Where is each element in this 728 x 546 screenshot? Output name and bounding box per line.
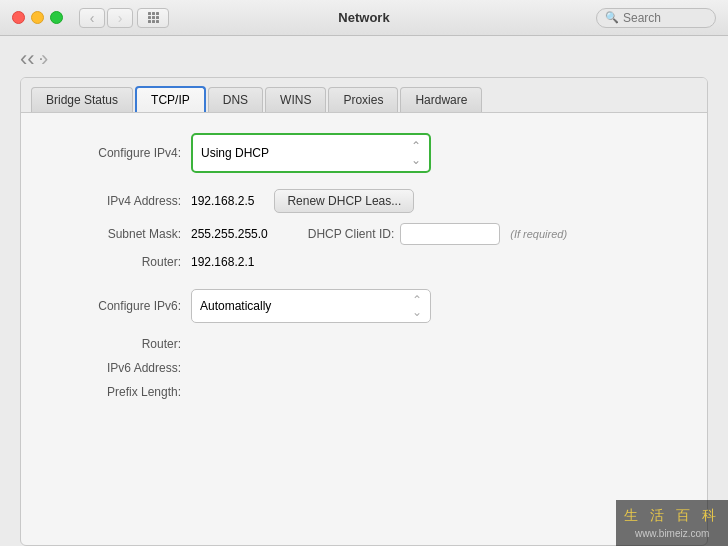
back-button[interactable]: ‹: [79, 8, 105, 28]
tab-dns[interactable]: DNS: [208, 87, 263, 112]
renew-dhcp-button[interactable]: Renew DHCP Leas...: [274, 189, 414, 213]
dhcp-client-id-input[interactable]: [400, 223, 500, 245]
maximize-button[interactable]: [50, 11, 63, 24]
network-panel: Bridge Status TCP/IP DNS WINS Proxies Ha…: [20, 77, 708, 546]
tab-bar: Bridge Status TCP/IP DNS WINS Proxies Ha…: [21, 78, 707, 113]
if-required-label: (If required): [510, 228, 567, 240]
tab-tcp-ip[interactable]: TCP/IP: [135, 86, 206, 112]
search-input[interactable]: [623, 11, 703, 25]
configure-ipv4-row: Configure IPv4: Using DHCP ⌃⌄: [51, 133, 677, 173]
search-bar[interactable]: 🔍: [596, 8, 716, 28]
tab-wins[interactable]: WINS: [265, 87, 326, 112]
router-label: Router:: [51, 255, 181, 269]
chevron-updown-icon-2: ⌃⌄: [412, 294, 422, 318]
ipv4-address-label: IPv4 Address:: [51, 194, 181, 208]
nav-buttons: ‹ ›: [63, 8, 133, 28]
window-title: Network: [338, 10, 389, 25]
router-row: Router: 192.168.2.1: [51, 255, 677, 269]
traffic-lights: [0, 11, 63, 24]
search-icon: 🔍: [605, 11, 619, 24]
router6-row: Router:: [51, 337, 677, 351]
subnet-mask-value: 255.255.255.0: [191, 227, 268, 241]
dhcp-client-id-label: DHCP Client ID:: [308, 227, 394, 241]
ipv4-address-value: 192.168.2.5: [191, 194, 254, 208]
ipv6-address-label: IPv6 Address:: [51, 361, 181, 375]
close-button[interactable]: [12, 11, 25, 24]
ipv6-address-row: IPv6 Address:: [51, 361, 677, 375]
watermark-chinese: 生 活 百 科: [624, 504, 720, 526]
minimize-button[interactable]: [31, 11, 44, 24]
chevron-updown-icon: ⌃⌄: [411, 139, 421, 167]
prefix-length-row: Prefix Length:: [51, 385, 677, 399]
configure-ipv6-row: Configure IPv6: Automatically ⌃⌄: [51, 289, 677, 323]
tab-hardware[interactable]: Hardware: [400, 87, 482, 112]
router6-label: Router:: [51, 337, 181, 351]
prefix-length-label: Prefix Length:: [51, 385, 181, 399]
tab-proxies[interactable]: Proxies: [328, 87, 398, 112]
subnet-mask-row: Subnet Mask: 255.255.255.0 DHCP Client I…: [51, 223, 677, 245]
watermark-url: www.bimeiz.com: [624, 526, 720, 542]
router-value: 192.168.2.1: [191, 255, 254, 269]
back-nav: ‹‹ · ›: [0, 36, 728, 77]
configure-ipv4-select[interactable]: Using DHCP ⌃⌄: [191, 133, 431, 173]
configure-ipv6-select[interactable]: Automatically ⌃⌄: [191, 289, 431, 323]
subnet-mask-label: Subnet Mask:: [51, 227, 181, 241]
configure-ipv6-label: Configure IPv6:: [51, 299, 181, 313]
title-bar: ‹ › Network 🔍: [0, 0, 728, 36]
forward-button[interactable]: ›: [107, 8, 133, 28]
back-arrows-button[interactable]: ‹‹ · ›: [20, 46, 48, 72]
watermark: 生 活 百 科 www.bimeiz.com: [616, 500, 728, 546]
tab-bridge-status[interactable]: Bridge Status: [31, 87, 133, 112]
ipv4-address-row: IPv4 Address: 192.168.2.5 Renew DHCP Lea…: [51, 189, 677, 213]
main-content: ‹‹ · › Bridge Status TCP/IP DNS WINS Pro…: [0, 36, 728, 546]
grid-button[interactable]: [137, 8, 169, 28]
content-area: Configure IPv4: Using DHCP ⌃⌄ IPv4 Addre…: [21, 113, 707, 545]
configure-ipv4-label: Configure IPv4:: [51, 146, 181, 160]
configure-ipv4-value: Using DHCP: [201, 146, 269, 160]
configure-ipv6-value: Automatically: [200, 299, 271, 313]
